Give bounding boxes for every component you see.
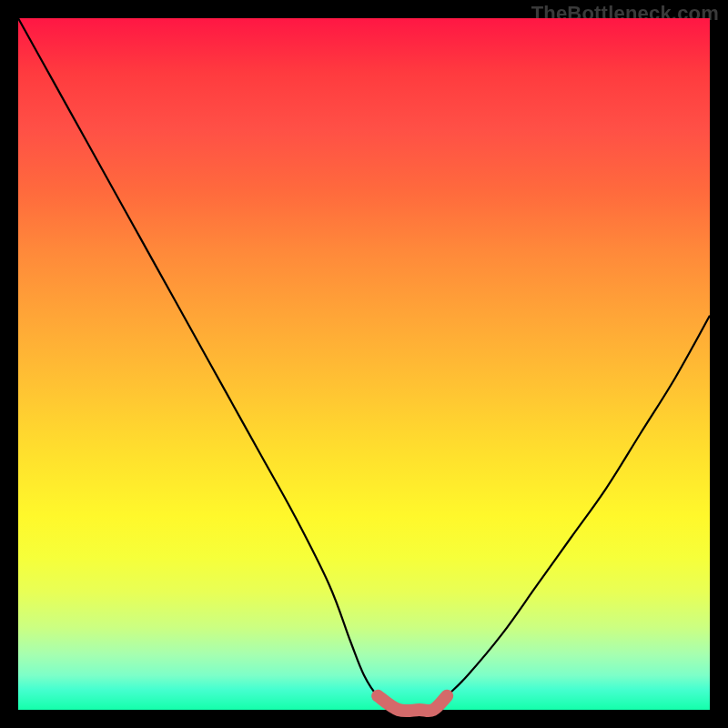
bottleneck-chart-svg <box>18 18 710 710</box>
plot-area <box>18 18 710 710</box>
optimal-range-highlight <box>378 696 447 711</box>
chart-frame: TheBottleneck.com <box>0 0 728 728</box>
bottleneck-curve-line <box>18 18 710 711</box>
